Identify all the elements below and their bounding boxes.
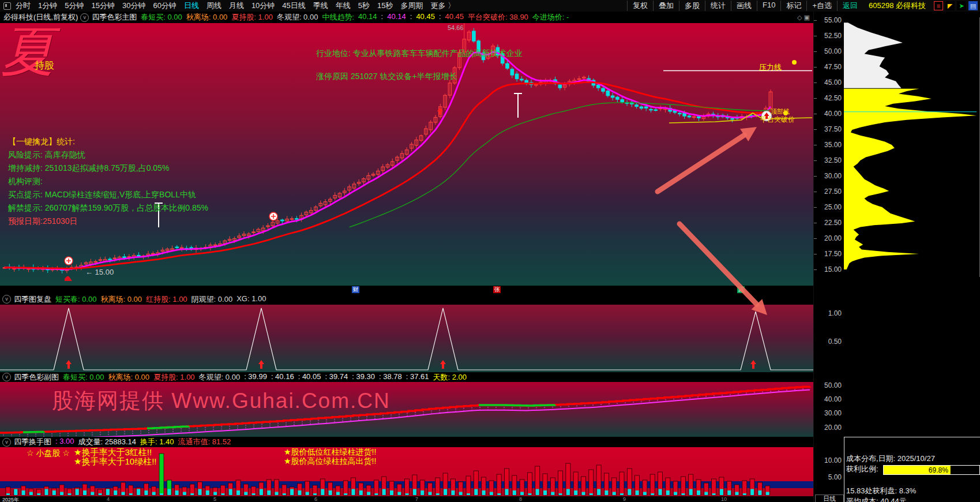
period-item-45日线[interactable]: 45日线 bbox=[282, 1, 305, 10]
tool-F10[interactable]: F10 bbox=[757, 1, 780, 11]
value-token: 40.45 bbox=[416, 12, 435, 23]
value-token: 秋离场: 0.00 bbox=[101, 294, 142, 305]
period-menu: 分时1分钟5分钟15分钟30分钟60分钟日线周线月线10分钟45日线季线年线5秒… bbox=[16, 1, 463, 11]
price-tick-label: 55.00 bbox=[814, 16, 842, 24]
axis-tick bbox=[814, 98, 817, 99]
value-token: XG: 1.00 bbox=[236, 294, 266, 305]
tool-画线[interactable]: 画线 bbox=[731, 1, 757, 11]
chart-label: 54.66 bbox=[448, 24, 464, 31]
profit-ratio-bar: 69.8% bbox=[883, 465, 980, 475]
month-label: 4 bbox=[107, 496, 110, 502]
value-token: : bbox=[410, 12, 412, 23]
axis-tick bbox=[814, 223, 817, 223]
period-item-5分钟[interactable]: 5分钟 bbox=[65, 1, 84, 10]
value-token: 夏持股: 1.00 bbox=[231, 12, 273, 23]
value-token: 秋离场: 0.00 bbox=[108, 372, 150, 382]
back-button[interactable]: 返回 bbox=[837, 1, 863, 11]
corner-icons: ≡◤➤▤ bbox=[932, 1, 978, 10]
indicator-values: 春短买: 0.00秋离场: 0.00夏持股: 1.00冬观望: 0.00中线趋势… bbox=[137, 12, 569, 23]
period-tab-daily[interactable]: 日线 bbox=[815, 494, 844, 502]
price-tick-label: 20.00 bbox=[814, 234, 842, 242]
axis-tick bbox=[814, 114, 817, 114]
value-token: 成交量: 25883.14 bbox=[78, 437, 136, 447]
period-item-月线[interactable]: 月线 bbox=[229, 1, 244, 10]
chart-title: 必得科技(日线,前复权) bbox=[3, 12, 78, 23]
value-token: 阴观望: 0.00 bbox=[192, 294, 233, 305]
event-marker-财[interactable]: 财 bbox=[352, 286, 359, 293]
sub-axis-label: 50.00 bbox=[814, 381, 842, 389]
tool-标记[interactable]: 标记 bbox=[780, 1, 806, 11]
period-item-年线[interactable]: 年线 bbox=[336, 1, 351, 10]
value-token: : 3.00 bbox=[55, 437, 74, 447]
tool-多股[interactable]: 多股 bbox=[679, 1, 705, 11]
cost-distribution-panel[interactable]: 55.0052.5050.0047.5045.0042.5040.0037.50… bbox=[813, 12, 980, 502]
stat-line: 预报日期:251030日 bbox=[8, 215, 208, 228]
period-item-周线[interactable]: 周线 bbox=[206, 1, 221, 10]
period-item-30分钟[interactable]: 30分钟 bbox=[122, 1, 145, 10]
price-tick-label: 40.00 bbox=[814, 110, 842, 118]
volume-note: ★换手率大于10绿柱!! bbox=[74, 456, 156, 467]
fupan-header: v 四季图复盘 短买春: 0.00秋离场: 0.00红持股: 1.00阴观望: … bbox=[0, 294, 813, 305]
value-token: : 39.74 bbox=[325, 372, 348, 382]
period-item-季线[interactable]: 季线 bbox=[313, 1, 328, 10]
indicator-name[interactable]: 四季色彩主图 bbox=[92, 12, 137, 23]
futu-name[interactable]: 四季色彩副图 bbox=[14, 372, 59, 382]
sub-axis-label: 20.00 bbox=[814, 424, 842, 432]
chevron-down-icon[interactable]: v bbox=[2, 295, 11, 304]
value-token: 今进场价: - bbox=[532, 12, 569, 23]
value-token: 平台突破价: 38.90 bbox=[468, 12, 528, 23]
huanshou-name[interactable]: 四季换手图 bbox=[14, 437, 51, 447]
futu-values: 春短买: 0.00秋离场: 0.00夏持股: 1.00冬观望: 0.00: 39… bbox=[59, 372, 467, 382]
period-item-10分钟[interactable]: 10分钟 bbox=[251, 1, 275, 10]
value-token: 红持股: 1.00 bbox=[146, 294, 187, 305]
event-marker-减[interactable]: 减 bbox=[737, 286, 745, 293]
stat-line: 【一键擒龙】统计: bbox=[8, 135, 208, 148]
price-tick-label: 27.50 bbox=[814, 188, 842, 196]
tool-统计[interactable]: 统计 bbox=[705, 1, 731, 11]
price-tick-label: 35.00 bbox=[814, 141, 842, 149]
mini-chart-icon[interactable]: ≡ bbox=[934, 1, 943, 10]
header-corner-icons[interactable]: ◇ ▣ bbox=[797, 14, 810, 21]
divider bbox=[844, 437, 980, 437]
price-tick-label: 52.50 bbox=[814, 32, 842, 40]
stat-line: 风险提示: 高库存隐忧 bbox=[8, 148, 208, 162]
value-token: 冬观望: 0.00 bbox=[199, 372, 241, 382]
tool-+自选[interactable]: +自选 bbox=[806, 1, 837, 11]
tool-menu: 复权叠加多股统计画线F10标记+自选 bbox=[627, 1, 837, 11]
tool-复权[interactable]: 复权 bbox=[627, 1, 653, 11]
chevron-down-icon[interactable]: v bbox=[80, 13, 89, 22]
month-label: 10 bbox=[721, 496, 727, 502]
axis-tick bbox=[814, 145, 817, 145]
fupan-panel[interactable] bbox=[0, 305, 813, 372]
event-marker-张[interactable]: 张 bbox=[493, 286, 501, 293]
chevron-down-icon[interactable]: v bbox=[2, 438, 11, 447]
period-item-15秒[interactable]: 15秒 bbox=[377, 1, 393, 10]
volume-note: ★股价高位绿柱拉高出货!! bbox=[284, 456, 376, 467]
period-item-多周期[interactable]: 多周期 bbox=[401, 1, 423, 10]
axis-tick bbox=[814, 20, 817, 21]
period-item-日线[interactable]: 日线 bbox=[184, 1, 199, 10]
value-token: 换手: 1.40 bbox=[140, 437, 174, 447]
panel-icon[interactable]: ▤ bbox=[968, 1, 978, 10]
chevron-down-icon[interactable]: v bbox=[2, 373, 11, 381]
fupan-name[interactable]: 四季图复盘 bbox=[14, 294, 51, 305]
period-item-15分钟[interactable]: 15分钟 bbox=[91, 1, 114, 10]
arrow-icon[interactable]: ➤ bbox=[957, 1, 966, 10]
year-label: 2025年 bbox=[2, 496, 19, 502]
price-tick-label: 42.50 bbox=[814, 94, 842, 102]
volume-panel[interactable]: ☆ 小盘股 ☆★换手率大于3红柱!!★换手率大于10绿柱!!★股价低位红柱绿柱进… bbox=[0, 447, 813, 496]
main-chart-panel[interactable]: 夏 持股 行业地位: 专业从事铁路客车车辆配件产品的高新技术企业涨停原因 251… bbox=[0, 23, 813, 286]
period-item-分时[interactable]: 分时 bbox=[16, 1, 31, 10]
sub-axis-label: 30.00 bbox=[814, 409, 842, 417]
tool-叠加[interactable]: 叠加 bbox=[653, 1, 679, 11]
window-icon[interactable] bbox=[3, 2, 11, 10]
period-item-1分钟[interactable]: 1分钟 bbox=[38, 1, 57, 10]
period-item-更多 〉[interactable]: 更多 〉 bbox=[431, 1, 456, 10]
chip-distribution-chart bbox=[844, 17, 980, 277]
period-item-5秒[interactable]: 5秒 bbox=[358, 1, 370, 10]
futu-panel[interactable]: 股海网提供 Www.Guhai.Com.CN bbox=[0, 382, 813, 437]
period-item-60分钟[interactable]: 60分钟 bbox=[153, 1, 176, 10]
axis-tick bbox=[814, 207, 817, 208]
event-marker-strip: 财张减 bbox=[0, 286, 813, 294]
flag-icon[interactable]: ◤ bbox=[945, 1, 955, 10]
